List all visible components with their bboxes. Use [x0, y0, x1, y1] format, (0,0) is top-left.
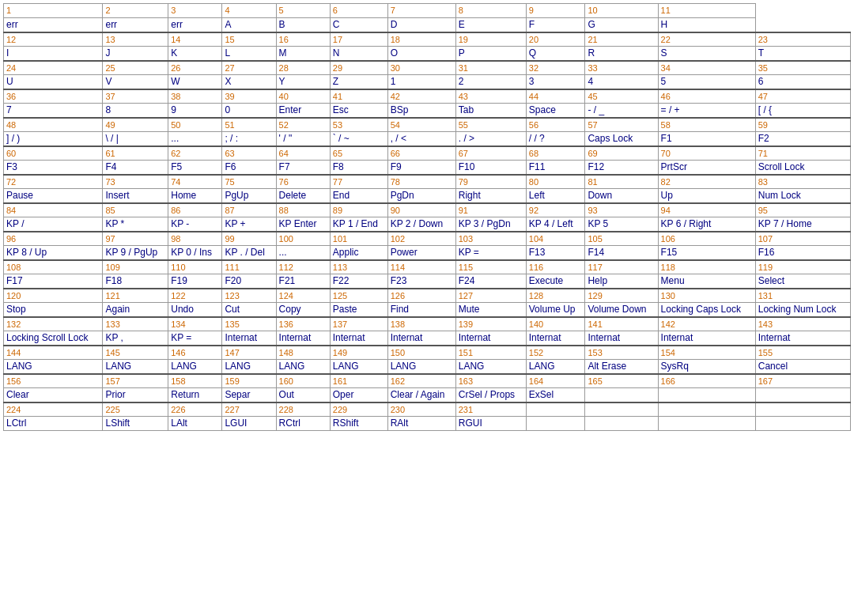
cell-num-r5-c10: 70 [658, 146, 755, 161]
keycode-number: 108 [6, 263, 21, 272]
keycode-number: 67 [459, 149, 468, 158]
keycode-number: 83 [758, 177, 768, 187]
keycode-label: 5 [661, 76, 667, 87]
keycode-label: Out [279, 389, 294, 400]
keycode-number: 18 [391, 35, 400, 44]
keycode-label: E [459, 19, 465, 30]
keycode-label: I [6, 47, 9, 59]
cell-label-r10-c6: Find [387, 303, 455, 317]
keycode-number: 146 [171, 348, 185, 357]
cell-label-r5-c0: F3 [4, 161, 103, 175]
cell-label-r9-c3: F20 [222, 274, 276, 289]
cell-num-r10-c8: 128 [526, 289, 585, 303]
keycode-number: 24 [6, 63, 16, 73]
cell-num-r1-c5: 17 [330, 32, 387, 47]
cell-label-r11-c11: Internat [755, 331, 850, 346]
keycode-number: 113 [333, 263, 347, 272]
cell-num-r13-c11: 167 [755, 374, 850, 388]
keycode-number: 159 [225, 376, 239, 386]
keycode-label: F1 [661, 133, 672, 144]
cell-num-r3-c10: 46 [658, 89, 755, 104]
cell-label-r12-c0: LANG [4, 360, 103, 374]
keycode-label: Stop [6, 304, 26, 315]
keycode-number: 26 [171, 63, 180, 73]
cell-label-r0-c9: G [585, 18, 658, 32]
keycode-label: F13 [529, 247, 546, 258]
cell-num-r0-c0: 1 [4, 4, 103, 18]
cell-label-r11-c8: Internat [526, 331, 585, 346]
cell-num-r1-c7: 19 [455, 32, 526, 47]
keycode-label: Tab [459, 104, 474, 115]
keycode-label: LANG [225, 361, 251, 372]
keycode-label: K [171, 47, 177, 59]
cell-num-r14-c4: 228 [276, 402, 330, 417]
keycode-label: KP 9 / PgUp [105, 247, 157, 258]
keycode-number: 14 [171, 35, 180, 44]
keycode-label: H [661, 19, 668, 30]
cell-label-r1-c2: K [168, 47, 222, 61]
cell-label-r12-c1: LANG [103, 360, 168, 374]
keycode-label: R [588, 47, 595, 59]
keycode-number: 142 [661, 319, 675, 329]
keycode-number: 133 [105, 319, 119, 329]
cell-label-r4-c1: \ / | [103, 132, 168, 146]
cell-num-r2-c7: 31 [455, 61, 526, 75]
keycode-number: 82 [661, 177, 671, 187]
cell-label-r12-c2: LANG [168, 360, 222, 374]
keycode-label: KP / [6, 218, 24, 229]
keycode-number: 12 [6, 35, 16, 44]
cell-label-r13-c5: Oper [330, 388, 387, 402]
cell-label-r11-c3: Internat [222, 331, 276, 346]
cell-num-r13-c0: 156 [4, 374, 103, 388]
cell-label-r2-c11: 6 [755, 75, 850, 89]
cell-num-r14-c2: 226 [168, 402, 222, 417]
keycode-number: 167 [758, 376, 773, 386]
keycode-number: 59 [758, 120, 768, 130]
cell-label-r9-c7: F24 [455, 274, 526, 289]
keycode-label: 3 [529, 76, 535, 87]
keycode-number: 75 [225, 177, 234, 187]
keycode-label: 6 [758, 76, 764, 87]
keycode-number: 30 [391, 63, 400, 73]
keycode-number: 141 [588, 319, 602, 329]
cell-label-r14-c4: RCtrl [276, 417, 330, 431]
keycode-label: ; / : [225, 133, 238, 144]
cell-label-r12-c8: LANG [526, 360, 585, 374]
keycode-label: KP 4 / Left [529, 218, 573, 229]
cell-label-r8-c9: F14 [585, 246, 658, 260]
keycode-number: 103 [459, 234, 473, 244]
cell-label-r6-c0: Pause [4, 189, 103, 203]
keycode-label: F16 [758, 247, 775, 258]
cell-num-r11-c3: 135 [222, 317, 276, 331]
keycode-label: LANG [6, 361, 32, 372]
cell-num-r0-c8: 9 [526, 4, 585, 18]
keycode-number: 5 [279, 6, 284, 15]
cell-num-r13-c8: 164 [526, 374, 585, 388]
cell-label-r4-c3: ; / : [222, 132, 276, 146]
keycode-number: 138 [391, 319, 405, 329]
cell-num-r5-c1: 61 [103, 146, 168, 161]
cell-num-r10-c11: 131 [755, 289, 850, 303]
cell-label-r14-c8 [526, 417, 585, 431]
keycode-label: \ / | [105, 133, 118, 144]
keycode-label: ExSel [529, 389, 554, 400]
cell-num-r8-c11: 107 [755, 232, 850, 246]
keycode-label: J [105, 47, 110, 59]
keycode-number: 2 [105, 6, 110, 15]
keycode-number: 136 [279, 319, 293, 329]
keycode-number: 20 [529, 35, 538, 44]
keycode-number: 158 [171, 376, 185, 386]
cell-num-r6-c1: 73 [103, 175, 168, 189]
keycode-number: 153 [588, 348, 602, 357]
cell-label-r6-c10: Up [658, 189, 755, 203]
cell-num-r0-c2: 3 [168, 4, 222, 18]
keycode-label: F15 [661, 247, 678, 258]
keycode-label: Internat [459, 332, 491, 343]
keycode-label: LANG [279, 361, 305, 372]
cell-label-r6-c8: Left [526, 189, 585, 203]
cell-num-r13-c4: 160 [276, 374, 330, 388]
cell-num-r0-c10: 11 [658, 4, 755, 18]
cell-label-r14-c5: RShift [330, 417, 387, 431]
keycode-number: 54 [391, 120, 400, 130]
cell-label-r14-c9 [585, 417, 658, 431]
